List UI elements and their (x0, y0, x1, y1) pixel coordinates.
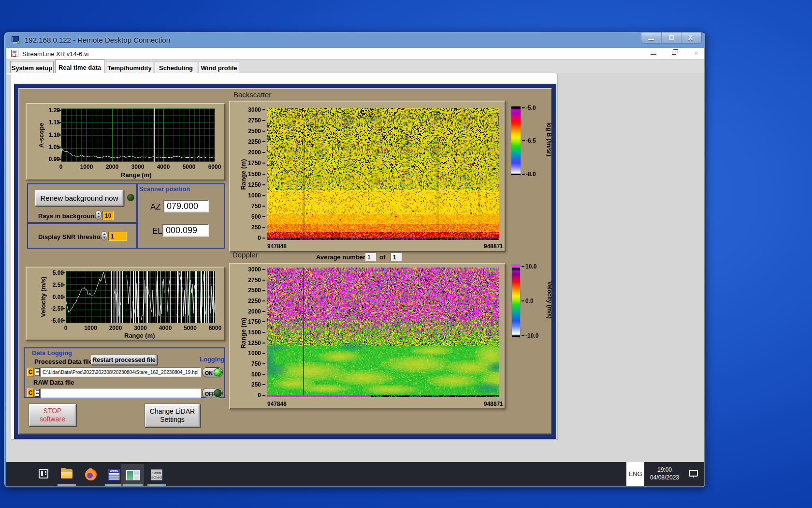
taskbar-labview-button[interactable] (121, 464, 144, 486)
y-tick-label: 0.99 (39, 156, 60, 163)
y-tick-mark (62, 284, 65, 285)
y-tick-label: 2500 (240, 287, 261, 294)
colorbar-tick-mark (522, 266, 524, 267)
y-tick-label: 2250 (240, 138, 261, 145)
minimize-icon (648, 39, 654, 40)
y-tick-mark (262, 174, 265, 175)
rdp-title: 192.168.0.122 - Remote Desktop Connectio… (25, 36, 170, 44)
x-tick-label: 6000 (201, 325, 230, 331)
stop-line1: STOP (29, 407, 76, 415)
language-indicator[interactable]: ENG (626, 462, 644, 486)
y-tick-mark (62, 320, 65, 321)
app-minimize-button[interactable] (651, 54, 656, 55)
y-tick-mark (262, 163, 265, 164)
taskbar-firefox-button[interactable] (80, 464, 102, 486)
y-tick-mark (262, 311, 265, 312)
processed-logging-toggle[interactable]: ON (202, 367, 223, 377)
colorbar-tick-mark (522, 300, 524, 301)
app-restore-button[interactable] (672, 51, 676, 55)
y-tick-mark (262, 321, 265, 322)
y-tick-label: 0 (240, 392, 261, 399)
taskbar-file-explorer-button[interactable] (56, 464, 77, 486)
y-tick-mark (262, 374, 265, 375)
az-label: AZ (150, 202, 161, 212)
rdp-titlebar[interactable]: 192.168.0.122 - Remote Desktop Connectio… (4, 32, 705, 48)
raw-drive-button[interactable]: C (27, 388, 34, 397)
y-tick-mark (262, 290, 265, 291)
velocity-xlabel: Range (m) (124, 332, 155, 339)
rdp-window: 192.168.0.122 - Remote Desktop Connectio… (4, 32, 706, 488)
velocity-plot (66, 271, 215, 323)
colorbar-tick-mark (522, 107, 525, 108)
snr-spinner[interactable] (101, 231, 107, 240)
y-tick-mark (62, 297, 65, 298)
rays-spinner[interactable] (95, 210, 102, 220)
az-value-field[interactable]: 079.000 (163, 200, 209, 212)
tab-real-time-data[interactable]: Real time data (55, 60, 104, 73)
processed-path-field[interactable]: C:\Lidar\Data\Proc\2023\202308\20230804\… (41, 367, 201, 377)
tab-wind-profile[interactable]: Wind profile (199, 61, 239, 73)
raw-path-field[interactable] (41, 388, 201, 398)
taskbar: WEEK Scan sched ENG 19:00 04/08/2023 (6, 462, 704, 486)
x-tick-label: 6000 (200, 164, 229, 170)
scan-scheduler-icon: Scan sched (151, 469, 162, 480)
rdp-maximize-button[interactable] (662, 32, 682, 43)
tab-scheduling[interactable]: Scheduling (155, 61, 197, 73)
y-tick-mark (262, 109, 265, 110)
average-total-field[interactable]: 1 (391, 253, 402, 261)
x-tick-label: 2000 (98, 164, 127, 170)
settings-line2: Settings (145, 416, 200, 424)
app-titlebar[interactable]: StreamLine XR v14-6.vi × (6, 48, 704, 60)
clock[interactable]: 19:00 04/08/2023 (646, 466, 683, 481)
colorbar-tick-label: 0.0 (525, 298, 534, 304)
y-tick-mark (262, 195, 265, 196)
doppler-title: Doppler (232, 251, 258, 259)
el-value-field[interactable]: 000.099 (162, 224, 209, 237)
y-tick-mark (58, 147, 61, 148)
on-label: ON (205, 370, 213, 376)
maximize-icon (669, 35, 674, 40)
taskbar-scan-scheduler-button[interactable]: Scan sched (146, 464, 167, 486)
stop-software-button[interactable]: STOP software (29, 403, 76, 426)
restart-processed-file-button[interactable]: Restart processed file (91, 354, 157, 365)
snr-value-field[interactable]: 1 (108, 232, 127, 241)
ascope-xlabel: Range (m) (121, 171, 152, 179)
y-tick-mark (58, 122, 61, 123)
app-close-button[interactable]: × (694, 49, 698, 57)
tab-temp-humidity[interactable]: Temp/humidity (106, 61, 153, 73)
running-indicator (123, 484, 143, 486)
raw-logging-toggle[interactable]: OFF (202, 388, 223, 398)
y-tick-mark (262, 152, 265, 153)
colorbar-tick-label: 10.0 (525, 263, 536, 270)
backscatter-x-start: 947848 (267, 243, 287, 250)
on-lens (214, 368, 222, 376)
y-tick-mark (262, 280, 265, 281)
rdp-close-button[interactable]: X (682, 32, 701, 43)
doppler-colorbar (511, 264, 521, 338)
taskbar-task-view-button[interactable] (33, 464, 54, 486)
colorbar-tick-label: -5.0 (526, 105, 536, 111)
renew-background-button[interactable]: Renew background now (35, 190, 124, 206)
x-tick-label: 3000 (123, 164, 152, 170)
processed-browse-icon[interactable] (35, 368, 40, 376)
notification-center-icon[interactable] (689, 470, 698, 477)
raw-browse-icon[interactable] (35, 389, 40, 397)
vi-icon (11, 50, 18, 57)
tray-time: 19:00 (646, 466, 683, 474)
stop-line2: software (29, 415, 76, 423)
tab-bar: System setupReal time dataTemp/humidityS… (6, 60, 704, 73)
y-tick-mark (58, 134, 61, 135)
average-number-field[interactable]: 1 (365, 253, 376, 261)
processed-drive-button[interactable]: C (27, 368, 34, 376)
settings-line1: Change LiDAR (145, 407, 200, 416)
y-tick-label: 2500 (240, 128, 261, 134)
rays-value-field[interactable]: 10 (102, 211, 114, 220)
y-tick-label: 500 (240, 213, 261, 220)
ascope-plot (61, 108, 215, 162)
average-number-label: Average number (316, 254, 365, 261)
scanner-position-box (137, 183, 225, 249)
logging-label: Logging (200, 356, 224, 363)
tab-system-setup[interactable]: System setup (10, 61, 54, 73)
rdp-minimize-button[interactable] (641, 32, 662, 43)
change-lidar-settings-button[interactable]: Change LiDAR Settings (145, 403, 200, 427)
